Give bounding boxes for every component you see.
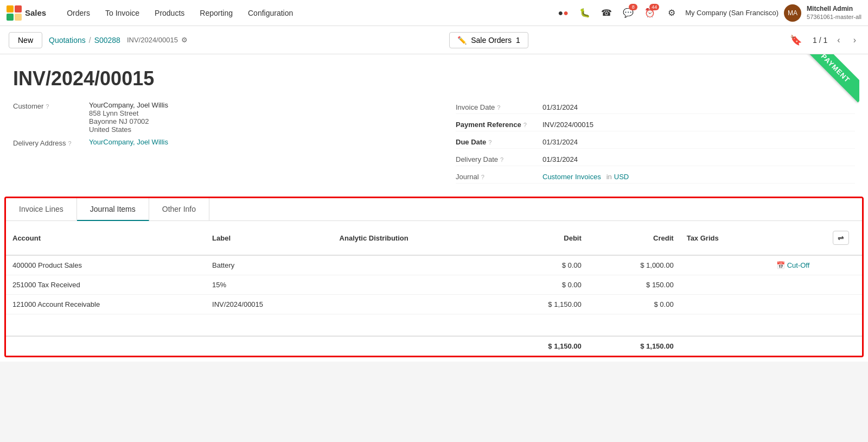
due-date-row: Due Date? 01/31/2024 bbox=[456, 136, 855, 149]
phone-icon[interactable]: ☎ bbox=[598, 5, 615, 21]
row1-debit: $ 0.00 bbox=[496, 255, 588, 275]
stamp-text: PAYMENT bbox=[801, 54, 859, 103]
journal-label: Journal? bbox=[456, 173, 542, 181]
cutoff-button[interactable]: 📅 Cut-Off bbox=[776, 261, 810, 269]
delivery-label: Delivery Address? bbox=[13, 138, 89, 147]
bookmark-icon[interactable]: 🔖 bbox=[790, 34, 802, 46]
col-actions: ⇌ bbox=[770, 221, 862, 255]
tabs-section: Invoice Lines Journal Items Other Info A… bbox=[4, 197, 864, 357]
svg-rect-2 bbox=[7, 14, 14, 21]
next-button[interactable]: › bbox=[850, 33, 859, 47]
row3-analytic bbox=[333, 295, 496, 314]
nav-reporting[interactable]: Reporting bbox=[193, 5, 239, 21]
right-col: Invoice Date? 01/31/2024 Payment Referen… bbox=[434, 101, 855, 188]
user-avatar[interactable]: MA bbox=[784, 4, 801, 22]
payment-ref-value[interactable]: INV/2024/00015 bbox=[542, 121, 593, 129]
breadcrumb-current[interactable]: S00288 bbox=[94, 36, 120, 45]
row2-tax-grids bbox=[680, 275, 770, 295]
col-tax-grids: Tax Grids bbox=[680, 221, 770, 255]
row3-credit: $ 0.00 bbox=[588, 295, 680, 314]
page-count: 1 / 1 bbox=[813, 36, 827, 45]
calendar-icon: 📅 bbox=[776, 261, 785, 269]
row1-credit: $ 1,000.00 bbox=[588, 255, 680, 275]
record-gear-icon[interactable]: ⚙ bbox=[181, 36, 188, 44]
journal-value: Customer Invoices in USD bbox=[542, 173, 629, 181]
nav-to-invoice[interactable]: To Invoice bbox=[99, 5, 146, 21]
settings-icon[interactable]: ⚙ bbox=[663, 5, 680, 21]
row1-label: Battery bbox=[206, 255, 333, 275]
journal-table: Account Label Analytic Distribution Debi… bbox=[6, 221, 862, 356]
sale-orders-button[interactable]: ✏️ Sale Orders 1 bbox=[449, 32, 528, 48]
tab-other-info[interactable]: Other Info bbox=[149, 198, 209, 221]
row2-label: 15% bbox=[206, 275, 333, 295]
record-icon[interactable]: ●● bbox=[555, 5, 571, 21]
due-date-value[interactable]: 01/31/2024 bbox=[542, 138, 578, 146]
top-nav: Sales Orders To Invoice Products Reporti… bbox=[0, 0, 868, 26]
row2-credit: $ 150.00 bbox=[588, 275, 680, 295]
row1-cutoff: 📅 Cut-Off bbox=[770, 255, 862, 275]
row1-analytic bbox=[333, 255, 496, 275]
nav-orders[interactable]: Orders bbox=[60, 5, 97, 21]
row3-account: 121000 Account Receivable bbox=[6, 295, 206, 314]
svg-rect-3 bbox=[15, 14, 22, 21]
nav-right: ●● 🐛 ☎ 💬8 ⏰44 ⚙ My Company (San Francisc… bbox=[555, 4, 861, 22]
row1-tax-grids bbox=[680, 255, 770, 275]
due-date-label: Due Date? bbox=[456, 138, 542, 146]
row1-account: 400000 Product Sales bbox=[6, 255, 206, 275]
invoice-date-label: Invoice Date? bbox=[456, 103, 542, 111]
company-name: My Company (San Francisco) bbox=[685, 9, 778, 17]
payment-ref-row: Payment Reference? INV/2024/00015 bbox=[456, 118, 855, 131]
invoice-number: INV/2024/00015 bbox=[13, 67, 855, 90]
table-header-row: Account Label Analytic Distribution Debi… bbox=[6, 221, 862, 255]
row3-actions bbox=[770, 295, 862, 314]
breadcrumb: Quotations / S00288 bbox=[49, 36, 120, 45]
prev-button[interactable]: ‹ bbox=[834, 33, 843, 47]
payment-ref-label: Payment Reference? bbox=[456, 121, 542, 129]
tab-invoice-lines[interactable]: Invoice Lines bbox=[6, 198, 77, 221]
invoice-fields: Customer? YourCompany, Joel Willis 858 L… bbox=[0, 101, 868, 188]
bug-icon[interactable]: 🐛 bbox=[577, 5, 593, 21]
customer-label: Customer? bbox=[13, 101, 89, 110]
clock-icon[interactable]: ⏰44 bbox=[642, 5, 658, 21]
delivery-date-label: Delivery Date? bbox=[456, 155, 542, 163]
journal-row: Journal? Customer Invoices in USD bbox=[456, 171, 855, 184]
customer-value: YourCompany, Joel Willis 858 Lynn Street… bbox=[89, 101, 168, 134]
breadcrumb-separator: / bbox=[89, 36, 91, 45]
customer-link[interactable]: YourCompany, Joel Willis bbox=[89, 101, 168, 109]
main-content: PAYMENT INV/2024/00015 Customer? YourCom… bbox=[0, 54, 868, 362]
chat-icon[interactable]: 💬8 bbox=[620, 5, 636, 21]
svg-rect-1 bbox=[15, 5, 22, 12]
row2-actions bbox=[770, 275, 862, 295]
row2-debit: $ 0.00 bbox=[496, 275, 588, 295]
table-content: Account Label Analytic Distribution Debi… bbox=[6, 221, 862, 356]
delivery-field: Delivery Address? YourCompany, Joel Will… bbox=[13, 138, 412, 147]
row3-tax-grids bbox=[680, 295, 770, 314]
nav-configuration[interactable]: Configuration bbox=[241, 5, 299, 21]
total-credit: $ 1,150.00 bbox=[588, 336, 680, 356]
col-debit: Debit bbox=[496, 221, 588, 255]
left-col: Customer? YourCompany, Joel Willis 858 L… bbox=[13, 101, 434, 188]
table-row: 121000 Account Receivable INV/2024/00015… bbox=[6, 295, 862, 314]
new-button[interactable]: New bbox=[9, 32, 42, 48]
breadcrumb-bar: New Quotations / S00288 INV/2024/00015 ⚙… bbox=[0, 26, 868, 54]
table-wrapper: Account Label Analytic Distribution Debi… bbox=[6, 221, 862, 356]
table-row: 400000 Product Sales Battery $ 0.00 $ 1,… bbox=[6, 255, 862, 275]
user-info: Mitchell Admin 57361061-master-all bbox=[807, 5, 861, 21]
delivery-date-value[interactable]: 01/31/2024 bbox=[542, 155, 578, 163]
invoice-header: INV/2024/00015 bbox=[0, 54, 868, 90]
breadcrumb-parent[interactable]: Quotations bbox=[49, 36, 86, 45]
record-id: INV/2024/00015 ⚙ bbox=[127, 36, 188, 44]
nav-products[interactable]: Products bbox=[148, 5, 191, 21]
delivery-value[interactable]: YourCompany, Joel Willis bbox=[89, 138, 168, 146]
col-account: Account bbox=[6, 221, 206, 255]
column-settings-button[interactable]: ⇌ bbox=[833, 231, 849, 245]
col-analytic: Analytic Distribution bbox=[333, 221, 496, 255]
empty-row bbox=[6, 314, 862, 336]
col-label: Label bbox=[206, 221, 333, 255]
invoice-date-value[interactable]: 01/31/2024 bbox=[542, 103, 578, 111]
app-logo[interactable]: Sales bbox=[7, 5, 55, 21]
row2-analytic bbox=[333, 275, 496, 295]
customer-field: Customer? YourCompany, Joel Willis 858 L… bbox=[13, 101, 412, 134]
tab-journal-items[interactable]: Journal Items bbox=[77, 198, 149, 221]
totals-spacer bbox=[6, 336, 496, 356]
